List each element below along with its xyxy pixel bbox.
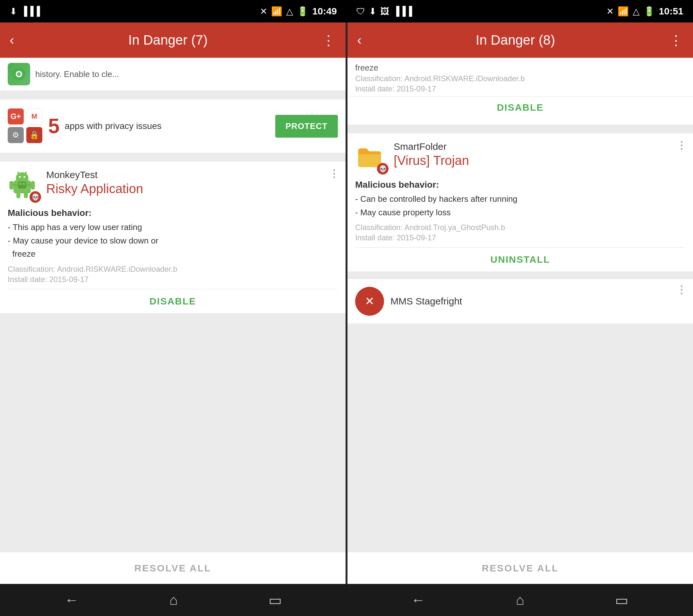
right-home-nav-icon[interactable]: ⌂ <box>516 592 524 608</box>
chrome-icon-svg <box>11 66 27 82</box>
smartfolder-classification: Classification: Android.Troj.ya_GhostPus… <box>355 223 685 232</box>
smartfolder-threat-label: [Virus] Trojan <box>394 153 685 168</box>
right-smartfolder-more-button[interactable]: ⋮ <box>676 139 687 152</box>
signal-icon: △ <box>286 6 293 17</box>
right-back-button[interactable]: ‹ <box>357 33 361 48</box>
smartfolder-app-info: SmartFolder [Virus] Trojan <box>394 141 685 171</box>
shield-icon: 🛡 <box>356 6 365 17</box>
right-toolbar-title: In Danger (8) <box>368 33 663 48</box>
left-nav-half: ← ⌂ ▭ <box>0 584 346 616</box>
smartfolder-action-row: UNINSTALL <box>355 247 685 272</box>
left-monkey-more-button[interactable]: ⋮ <box>329 167 340 180</box>
notification-icon: ⬇ <box>9 6 17 17</box>
right-status-icons: 🛡 ⬇ 🖼 ▐▐▐ <box>356 6 412 17</box>
left-resolve-all-button[interactable]: RESOLVE ALL <box>0 552 345 584</box>
monkey-card-content: 💀 MonkeyTest Risky Application <box>8 170 338 208</box>
svg-point-9 <box>17 172 19 173</box>
svg-point-6 <box>24 176 25 178</box>
smartfolder-card-content: 💀 SmartFolder [Virus] Trojan <box>355 141 685 180</box>
signal2-icon: △ <box>633 6 640 17</box>
smartfolder-uninstall-button[interactable]: UNINSTALL <box>491 254 550 265</box>
right-top-action-row: DISABLE <box>348 97 693 118</box>
monkey-malicious-header: Malicious behavior: <box>8 208 338 218</box>
mms-icon: ✕ <box>355 287 384 316</box>
svg-point-10 <box>25 172 27 173</box>
left-status-icons: ⬇ ▐▐▐ <box>9 6 40 17</box>
right-top-disable-button[interactable]: DISABLE <box>497 102 544 113</box>
gmail-icon: M <box>26 108 42 124</box>
privacy-count: 5 <box>48 116 60 136</box>
smartfolder-malicious-item-2: - May cause property loss <box>355 206 685 219</box>
smartfolder-malicious-header: Malicious behavior: <box>355 180 685 190</box>
right-recents-nav-icon[interactable]: ▭ <box>615 592 629 608</box>
left-recents-nav-icon[interactable]: ▭ <box>269 592 282 608</box>
no-signal2-icon: ✕ <box>606 6 614 17</box>
right-back-nav-icon[interactable]: ← <box>411 592 425 608</box>
smartfolder-install-date: Install date: 2015-09-17 <box>355 233 685 242</box>
svg-rect-13 <box>16 193 21 198</box>
monkey-malicious-item-1: - This app has a very low user rating <box>8 221 338 234</box>
no-signal-icon: ✕ <box>260 6 267 17</box>
left-partial-app-icon <box>8 63 30 85</box>
monkey-app-info: MonkeyTest Risky Application <box>46 170 338 199</box>
svg-point-2 <box>17 72 21 76</box>
left-home-nav-icon[interactable]: ⌂ <box>170 592 178 608</box>
left-back-nav-icon[interactable]: ← <box>64 592 79 608</box>
right-top-classification: Classification: Android.RISKWARE.iDownlo… <box>355 74 685 83</box>
right-more-button[interactable]: ⋮ <box>669 33 684 48</box>
left-back-button[interactable]: ‹ <box>9 33 14 48</box>
svg-rect-16 <box>18 182 26 188</box>
svg-point-5 <box>19 176 21 178</box>
left-toolbar: ‹ In Danger (7) ⋮ <box>0 22 345 58</box>
monkey-app-icon-wrap: 💀 <box>8 170 40 201</box>
right-nav-half: ← ⌂ ▭ <box>346 584 693 616</box>
svg-rect-14 <box>24 193 28 198</box>
left-privacy-card: G+ M ⚙ 🔒 5 apps with <box>0 99 345 153</box>
privacy-icons-grid: G+ M ⚙ 🔒 <box>8 108 43 144</box>
monkey-install-date: Install date: 2015-09-17 <box>8 275 338 284</box>
monkey-malicious-item-2: - May cause your device to slow down or … <box>8 234 338 261</box>
monkey-malicious-items: - This app has a very low user rating - … <box>8 221 338 261</box>
right-phone-panel: ‹ In Danger (8) ⋮ freeze Classification:… <box>348 22 693 584</box>
left-top-partial-card: history. Enable to cle... <box>0 58 345 91</box>
right-mms-more-button[interactable]: ⋮ <box>676 284 687 296</box>
svg-rect-18 <box>23 182 25 185</box>
left-status-right-icons: ✕ 📶 △ 🔋 10:49 <box>260 6 337 17</box>
privacy-info: 5 apps with privacy issues <box>48 116 270 136</box>
left-status-bar: ⬇ ▐▐▐ ✕ 📶 △ 🔋 10:49 <box>0 0 346 22</box>
right-toolbar: ‹ In Danger (8) ⋮ <box>348 22 693 58</box>
bottom-nav-bar: ← ⌂ ▭ ← ⌂ ▭ <box>0 584 693 616</box>
image-icon: 🖼 <box>380 6 389 17</box>
svg-rect-12 <box>31 181 35 190</box>
monkey-threat-label: Risky Application <box>46 182 338 196</box>
right-smartfolder-card: ⋮ 💀 SmartFolder [Virus] Troj <box>348 134 693 272</box>
right-time: 10:51 <box>659 6 684 17</box>
lock-icon: 🔒 <box>26 127 42 143</box>
left-more-button[interactable]: ⋮ <box>322 33 336 48</box>
left-phone-panel: ‹ In Danger (7) ⋮ history. <box>0 22 346 584</box>
settings-icon: ⚙ <box>8 127 24 143</box>
privacy-text: apps with privacy issues <box>65 120 162 132</box>
right-resolve-all-button[interactable]: RESOLVE ALL <box>348 552 693 584</box>
right-freeze-text: freeze <box>355 63 685 73</box>
right-status-bar: 🛡 ⬇ 🖼 ▐▐▐ ✕ 📶 △ 🔋 10:51 <box>346 0 693 22</box>
smartfolder-malicious-items: - Can be controlled by hackers after run… <box>355 193 685 219</box>
left-partial-text: history. Enable to cle... <box>35 69 119 79</box>
monkey-disable-button[interactable]: DISABLE <box>150 296 196 307</box>
right-top-partial-card: freeze Classification: Android.RISKWARE.… <box>348 58 693 124</box>
battery-icon: 🔋 <box>297 6 308 17</box>
download-icon: ⬇ <box>369 6 376 17</box>
protect-button[interactable]: PROTECT <box>275 115 338 138</box>
bars2-icon: ▐▐▐ <box>393 6 412 16</box>
left-scroll-content: history. Enable to cle... G+ M ⚙ <box>0 58 345 552</box>
smartfolder-icon-wrap: 💀 <box>355 141 387 173</box>
mms-title: MMS Stagefright <box>391 296 462 307</box>
skull-badge: 💀 <box>29 191 41 203</box>
right-top-install: Install date: 2015-09-17 <box>355 84 685 93</box>
left-toolbar-title: In Danger (7) <box>21 33 315 48</box>
gplus-icon: G+ <box>8 108 24 124</box>
right-mms-partial-card: ⋮ ✕ MMS Stagefright <box>348 279 693 323</box>
right-status-right-icons: ✕ 📶 △ 🔋 10:51 <box>606 6 684 17</box>
right-scroll-content: freeze Classification: Android.RISKWARE.… <box>348 58 693 552</box>
svg-rect-11 <box>9 181 14 190</box>
